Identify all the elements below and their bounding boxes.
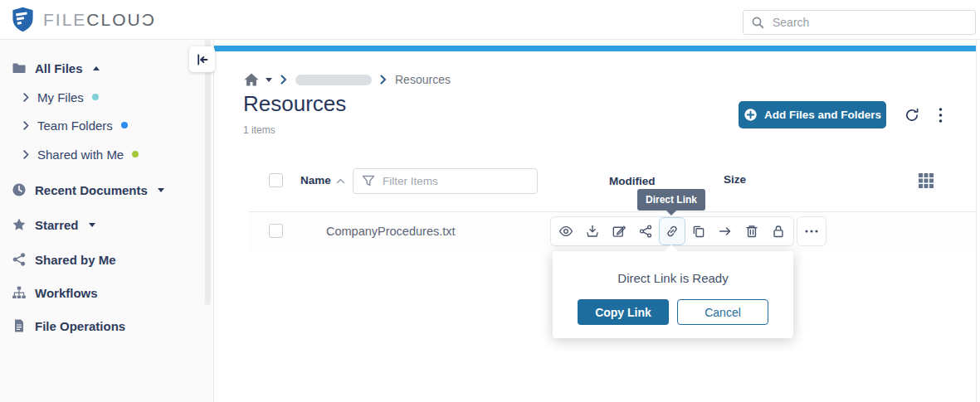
file-icon bbox=[12, 318, 27, 333]
direct-link-icon[interactable] bbox=[659, 217, 685, 245]
copy-icon[interactable] bbox=[685, 218, 712, 245]
breadcrumb-chevron-icon bbox=[280, 75, 287, 85]
filter-funnel-icon bbox=[362, 175, 375, 187]
direct-link-tooltip: Direct Link bbox=[637, 189, 705, 211]
sidebar-item-shared-by-me[interactable]: Shared by Me bbox=[12, 250, 116, 269]
breadcrumb-current: Resources bbox=[395, 73, 451, 86]
collapse-caret-icon bbox=[93, 66, 100, 70]
workflow-icon bbox=[12, 285, 27, 300]
lock-icon[interactable] bbox=[765, 218, 792, 245]
status-dot bbox=[132, 151, 139, 157]
sidebar-item-all-files[interactable]: All Files bbox=[12, 59, 100, 77]
column-header-size[interactable]: Size bbox=[724, 173, 746, 186]
filter-box[interactable] bbox=[353, 168, 538, 194]
chevron-right-icon bbox=[23, 121, 29, 130]
filter-items-input[interactable] bbox=[383, 175, 529, 187]
add-files-and-folders-button[interactable]: Add Files and Folders bbox=[739, 101, 886, 128]
breadcrumb-redacted-segment[interactable] bbox=[295, 75, 372, 85]
collapse-sidebar-icon bbox=[196, 53, 209, 66]
sidebar-item-shared-with-me[interactable]: Shared with Me bbox=[23, 145, 139, 163]
sidebar-collapse-button[interactable] bbox=[189, 46, 215, 72]
main-content: Resources Resources 1 items Add Files an… bbox=[214, 40, 976, 402]
table-row[interactable]: CompanyProcedures.txt bbox=[249, 212, 976, 251]
sidebar-item-file-operations[interactable]: File Operations bbox=[12, 317, 125, 335]
filecloud-shield-icon bbox=[12, 7, 34, 32]
search-icon bbox=[751, 16, 765, 30]
breadcrumb: Resources bbox=[243, 71, 451, 88]
breadcrumb-home[interactable] bbox=[243, 72, 272, 87]
grid-view-button[interactable] bbox=[916, 171, 936, 191]
more-menu-button[interactable] bbox=[933, 105, 948, 125]
row-action-toolbar bbox=[550, 216, 794, 246]
copy-link-button[interactable]: Copy Link bbox=[578, 299, 669, 325]
download-icon[interactable] bbox=[579, 218, 606, 245]
sidebar-item-recent-documents[interactable]: Recent Documents bbox=[12, 181, 164, 199]
home-icon bbox=[243, 72, 260, 87]
clock-icon bbox=[12, 182, 27, 197]
column-header-modified[interactable]: Modified bbox=[609, 175, 656, 187]
page-scrollbar[interactable] bbox=[976, 40, 980, 402]
row-checkbox[interactable] bbox=[269, 224, 283, 238]
direct-link-popover: Direct Link is Ready Copy Link Cancel bbox=[553, 251, 793, 338]
share-icon bbox=[12, 252, 27, 267]
more-options-icon bbox=[805, 230, 818, 233]
star-icon bbox=[12, 217, 27, 232]
expand-caret-icon bbox=[158, 188, 164, 192]
folder-icon bbox=[12, 61, 27, 75]
search-box[interactable] bbox=[743, 10, 976, 35]
chevron-right-icon bbox=[23, 93, 29, 102]
filecloud-wordmark: FILECLOUƆ bbox=[43, 10, 156, 30]
file-name[interactable]: CompanyProcedures.txt bbox=[326, 225, 456, 238]
sidebar-item-team-folders[interactable]: Team Folders bbox=[23, 116, 128, 134]
filecloud-logo[interactable]: FILECLOUƆ bbox=[12, 7, 156, 32]
plus-circle-icon bbox=[744, 108, 758, 122]
refresh-button[interactable] bbox=[901, 105, 923, 125]
sidebar-item-starred[interactable]: Starred bbox=[12, 216, 95, 234]
select-all-checkbox[interactable] bbox=[269, 173, 283, 187]
cancel-button[interactable]: Cancel bbox=[677, 299, 768, 325]
delete-icon[interactable] bbox=[739, 218, 765, 245]
popover-arrow bbox=[665, 245, 678, 251]
preview-icon[interactable] bbox=[553, 218, 579, 245]
column-header-name[interactable]: Name bbox=[300, 174, 331, 186]
filecloud-app: FILECLOUƆ All Files My Files bbox=[0, 0, 980, 402]
sort-ascending-icon[interactable] bbox=[336, 178, 345, 184]
search-input[interactable] bbox=[773, 16, 968, 29]
status-dot bbox=[121, 122, 128, 128]
sidebar-scrollbar[interactable] bbox=[205, 40, 211, 305]
home-caret-icon bbox=[266, 78, 272, 82]
share-icon[interactable] bbox=[632, 218, 659, 245]
popover-message: Direct Link is Ready bbox=[553, 271, 793, 285]
status-dot bbox=[92, 94, 99, 100]
sidebar-item-my-files[interactable]: My Files bbox=[23, 88, 99, 106]
edit-icon[interactable] bbox=[606, 218, 632, 245]
breadcrumb-chevron-icon bbox=[380, 75, 387, 85]
sidebar-nav: All Files My Files Team Folders Shared w… bbox=[0, 40, 214, 402]
top-bar: FILECLOUƆ bbox=[0, 0, 980, 40]
kebab-menu-icon bbox=[939, 107, 943, 124]
accent-bar bbox=[214, 46, 976, 51]
more-actions-button[interactable] bbox=[797, 216, 826, 246]
grid-view-icon bbox=[918, 172, 934, 189]
item-count: 1 items bbox=[243, 124, 275, 136]
refresh-icon bbox=[904, 107, 920, 124]
sidebar-item-workflows[interactable]: Workflows bbox=[12, 283, 98, 302]
page-title: Resources bbox=[243, 91, 346, 117]
expand-caret-icon bbox=[89, 223, 95, 227]
move-icon[interactable] bbox=[712, 218, 739, 245]
chevron-right-icon bbox=[23, 150, 29, 159]
